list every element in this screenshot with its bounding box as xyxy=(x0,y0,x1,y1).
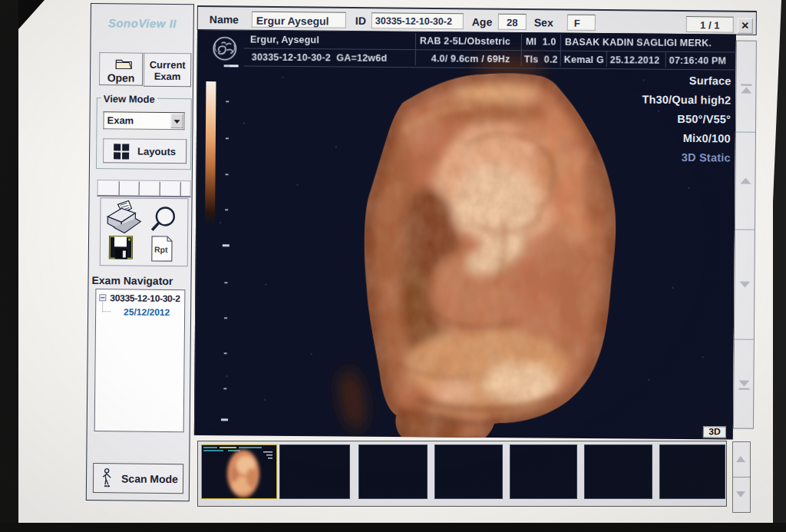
svg-text:Rpt: Rpt xyxy=(154,245,168,254)
